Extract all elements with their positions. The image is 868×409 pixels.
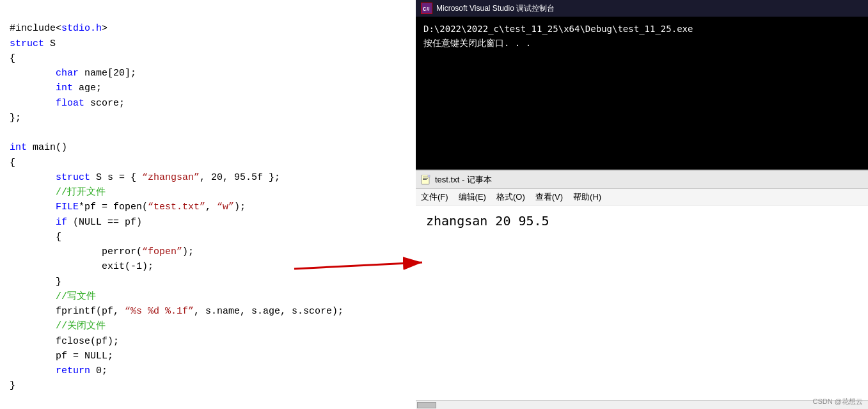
menu-edit[interactable]: 编辑(E) [459, 191, 486, 203]
code-editor-panel: #include<stdio.h> struct S { char name[2… [0, 0, 416, 409]
right-panel: C# Microsoft Visual Studio 调试控制台 D:\2022… [416, 0, 868, 409]
svg-rect-5 [423, 179, 427, 180]
notepad-menubar[interactable]: 文件(F) 编辑(E) 格式(O) 查看(V) 帮助(H) [416, 189, 868, 205]
menu-format[interactable]: 格式(O) [496, 191, 525, 203]
svg-rect-6 [428, 175, 430, 177]
terminal-titlebar: C# Microsoft Visual Studio 调试控制台 [416, 0, 868, 17]
file-text-content: zhangsan 20 95.5 [426, 213, 549, 229]
svg-text:C#: C# [423, 6, 430, 13]
code-content: #include<stdio.h> struct S { char name[2… [10, 6, 406, 408]
terminal-line2: 按任意键关闭此窗口. . . [423, 36, 860, 50]
notepad-title: test.txt - 记事本 [435, 174, 492, 186]
terminal-title: Microsoft Visual Studio 调试控制台 [436, 3, 555, 14]
notepad-window: test.txt - 记事本 文件(F) 编辑(E) 格式(O) 查看(V) 帮… [416, 170, 868, 409]
notepad-titlebar: test.txt - 记事本 [416, 171, 868, 189]
watermark: CSDN @花想云 [813, 397, 863, 406]
notepad-icon [421, 175, 431, 185]
menu-help[interactable]: 帮助(H) [573, 191, 601, 203]
terminal-line1: D:\2022\2022_c\test_11_25\x64\Debug\test… [423, 22, 860, 36]
menu-view[interactable]: 查看(V) [535, 191, 563, 203]
scrollbar-thumb[interactable] [417, 402, 436, 408]
terminal-body: D:\2022\2022_c\test_11_25\x64\Debug\test… [416, 17, 868, 56]
notepad-content: zhangsan 20 95.5 [416, 205, 868, 409]
terminal-window: C# Microsoft Visual Studio 调试控制台 D:\2022… [416, 0, 868, 170]
vs-icon: C# [421, 3, 432, 14]
svg-rect-4 [423, 178, 428, 179]
menu-file[interactable]: 文件(F) [421, 191, 448, 203]
svg-rect-3 [423, 177, 428, 177]
horizontal-scrollbar[interactable] [416, 400, 868, 409]
